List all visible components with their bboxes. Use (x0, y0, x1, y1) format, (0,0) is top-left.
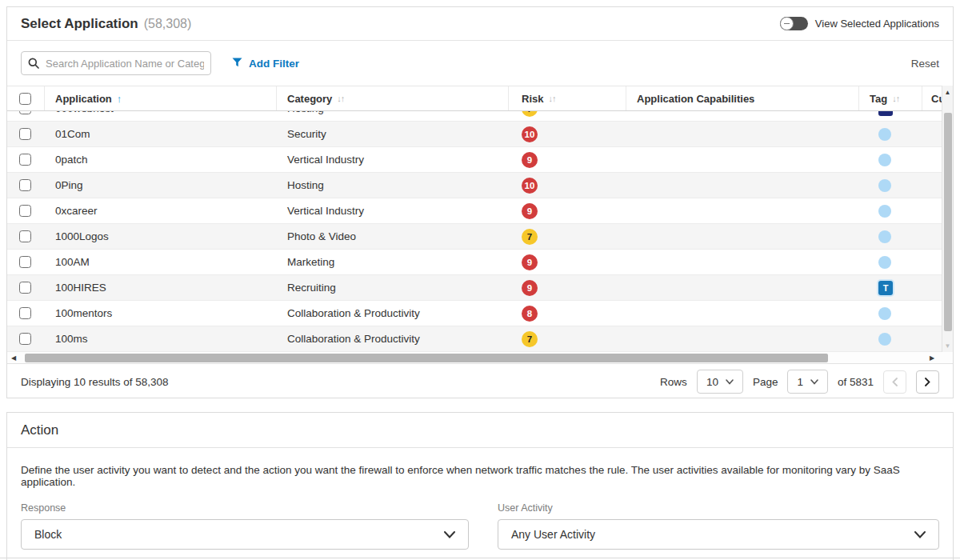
risk-badge: 9 (522, 254, 538, 270)
table-row[interactable]: 100msCollaboration & Productivity7 (7, 326, 953, 352)
application-category: Security (277, 122, 509, 146)
rows-label: Rows (660, 376, 687, 388)
table-row[interactable]: 100mentorsCollaboration & Productivity8 (7, 301, 953, 326)
application-count: (58,308) (144, 17, 192, 31)
table-row[interactable]: 0xcareerVertical Industry9 (7, 198, 953, 224)
vertical-scroll-thumb[interactable] (944, 113, 952, 331)
column-header-category[interactable]: Category ↓↑ (277, 86, 509, 110)
add-filter-label: Add Filter (249, 58, 299, 70)
application-capabilities-cell (626, 111, 859, 121)
application-name: 100ms (45, 326, 277, 351)
row-checkbox[interactable] (19, 282, 31, 294)
horizontal-scroll-track[interactable] (20, 352, 926, 363)
vertical-scrollbar[interactable]: ▲ ▼ (942, 86, 953, 352)
tag-dot-icon (878, 230, 891, 243)
page-label: Page (753, 376, 778, 388)
risk-badge: 10 (522, 126, 538, 142)
application-name: 100AM (45, 250, 277, 274)
previous-page-button[interactable] (883, 370, 906, 394)
select-application-panel: Select Application (58,308) View Selecte… (6, 6, 954, 398)
application-capabilities-cell (626, 250, 859, 274)
tag-dot-icon (878, 333, 891, 346)
row-checkbox[interactable] (19, 128, 31, 140)
risk-badge: 8 (522, 306, 538, 322)
user-activity-select[interactable]: Any User Activity (498, 519, 939, 550)
application-capabilities-cell (626, 122, 859, 146)
rows-per-page-select[interactable]: 10 (697, 370, 743, 394)
table-row[interactable]: 100AMMarketing9 (7, 250, 953, 275)
next-page-button[interactable] (916, 370, 939, 394)
table-row[interactable]: 1000LogosPhoto & Video7 (7, 224, 953, 250)
application-name: 01Com (45, 122, 277, 146)
column-header-tag[interactable]: Tag ↓↑ (859, 86, 922, 110)
table-row[interactable]: 0patchVertical Industry9 (7, 147, 953, 173)
scroll-up-icon[interactable]: ▲ (942, 86, 953, 98)
search-icon (28, 58, 39, 72)
row-checkbox[interactable] (19, 333, 31, 345)
chevron-right-icon (925, 378, 930, 386)
scrollbar-corner (938, 352, 953, 363)
horizontal-scroll-thumb[interactable] (25, 354, 828, 362)
row-checkbox[interactable] (19, 307, 31, 319)
horizontal-scrollbar[interactable]: ◀ ▶ (7, 352, 953, 363)
search-input[interactable] (21, 51, 211, 75)
application-capabilities-cell (626, 326, 859, 351)
row-checkbox[interactable] (19, 205, 31, 217)
scroll-down-icon[interactable]: ▼ (942, 339, 953, 352)
sort-icon: ↓↑ (337, 94, 344, 103)
application-name: 0patch (45, 147, 277, 172)
table-row[interactable]: 000webhostHosting7 (7, 111, 953, 122)
response-label: Response (21, 502, 469, 514)
add-filter-button[interactable]: Add Filter (232, 58, 299, 70)
scroll-right-icon[interactable]: ▶ (926, 352, 938, 363)
row-checkbox[interactable] (19, 230, 31, 242)
select-all-checkbox[interactable] (19, 93, 31, 105)
tag-t-icon: T (878, 281, 893, 295)
action-title: Action (7, 413, 953, 448)
action-description: Define the user activity you want to det… (21, 464, 939, 488)
application-name: 100mentors (45, 301, 277, 326)
tag-dot-icon (878, 154, 891, 166)
view-selected-toggle[interactable] (780, 17, 808, 30)
column-header-risk[interactable]: Risk ↓↑ (509, 86, 626, 110)
action-panel: Action Define the user activity you want… (6, 412, 954, 560)
application-capabilities-cell (626, 147, 859, 172)
user-activity-label: User Activity (498, 502, 939, 514)
application-category: Photo & Video (277, 224, 509, 249)
sort-icon: ↓↑ (548, 94, 555, 103)
application-category: Marketing (277, 250, 509, 274)
total-pages-label: of 5831 (838, 376, 874, 388)
application-category: Collaboration & Productivity (277, 301, 509, 326)
response-select[interactable]: Block (21, 519, 469, 550)
application-category: Recruiting (277, 275, 509, 300)
table-row[interactable]: 100HIRESRecruiting9T (7, 275, 953, 301)
filter-funnel-icon (232, 58, 242, 70)
application-capabilities-cell (626, 198, 859, 223)
chevron-down-icon (914, 531, 926, 538)
table-body: 000webhostHosting701ComSecurity100patchV… (7, 111, 953, 352)
risk-badge: 7 (522, 111, 538, 117)
chevron-down-icon (726, 379, 734, 385)
risk-badge: 7 (522, 331, 538, 347)
column-header-application[interactable]: Application ↑ (45, 86, 277, 110)
table-row[interactable]: 0PingHosting10 (7, 173, 953, 198)
chevron-left-icon (892, 378, 898, 386)
page-select[interactable]: 1 (787, 370, 828, 394)
scroll-left-icon[interactable]: ◀ (7, 352, 20, 363)
row-checkbox[interactable] (19, 111, 31, 114)
view-selected-label: View Selected Applications (815, 18, 939, 30)
table-row[interactable]: 01ComSecurity10 (7, 122, 953, 147)
risk-badge: 10 (522, 178, 538, 194)
row-checkbox[interactable] (19, 179, 31, 191)
risk-badge: 9 (522, 280, 538, 296)
reset-button[interactable]: Reset (911, 58, 939, 70)
application-capabilities-cell (626, 173, 859, 198)
application-capabilities-cell (626, 224, 859, 249)
row-checkbox[interactable] (19, 256, 31, 268)
application-name: 0Ping (45, 173, 277, 198)
application-name: 100HIRES (45, 275, 277, 300)
results-summary: Displaying 10 results of 58,308 (21, 376, 169, 388)
application-capabilities-cell (626, 301, 859, 326)
row-checkbox[interactable] (19, 154, 31, 166)
column-header-capabilities[interactable]: Application Capabilities (626, 86, 859, 110)
